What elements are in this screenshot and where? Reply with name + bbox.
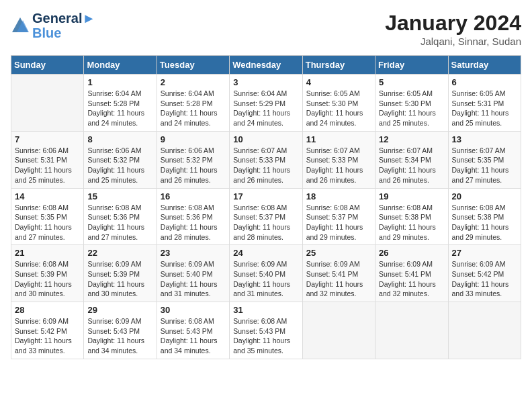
calendar-cell: 12Sunrise: 6:07 AMSunset: 5:34 PMDayligh…	[375, 131, 448, 188]
calendar-cell	[302, 302, 375, 359]
day-info: Sunrise: 6:08 AMSunset: 5:38 PMDaylight:…	[379, 203, 444, 242]
day-number: 5	[379, 77, 444, 87]
calendar-cell: 15Sunrise: 6:08 AMSunset: 5:36 PMDayligh…	[84, 188, 157, 245]
day-info: Sunrise: 6:09 AMSunset: 5:39 PMDaylight:…	[87, 259, 152, 299]
logo-icon	[11, 16, 30, 35]
day-info: Sunrise: 6:05 AMSunset: 5:30 PMDaylight:…	[379, 89, 444, 128]
calendar-cell: 29Sunrise: 6:09 AMSunset: 5:43 PMDayligh…	[84, 302, 157, 359]
day-number: 12	[379, 134, 444, 144]
day-number: 15	[87, 191, 152, 201]
calendar-cell: 7Sunrise: 6:06 AMSunset: 5:31 PMDaylight…	[11, 131, 84, 188]
calendar-table: SundayMondayTuesdayWednesdayThursdayFrid…	[11, 55, 521, 359]
day-number: 8	[87, 134, 152, 144]
weekday-header: Saturday	[448, 56, 521, 75]
calendar-cell	[375, 302, 448, 359]
weekday-header: Tuesday	[157, 56, 229, 75]
day-number: 3	[233, 77, 298, 87]
day-number: 11	[306, 134, 371, 144]
day-info: Sunrise: 6:06 AMSunset: 5:32 PMDaylight:…	[87, 146, 152, 185]
weekday-header: Monday	[84, 56, 157, 75]
calendar-cell: 2Sunrise: 6:04 AMSunset: 5:28 PMDaylight…	[157, 75, 229, 132]
day-number: 16	[161, 191, 226, 201]
calendar-cell: 8Sunrise: 6:06 AMSunset: 5:32 PMDaylight…	[84, 131, 157, 188]
title-block: January 2024 Jalqani, Sinnar, Sudan	[385, 11, 521, 47]
day-info: Sunrise: 6:09 AMSunset: 5:42 PMDaylight:…	[452, 259, 517, 299]
day-info: Sunrise: 6:08 AMSunset: 5:43 PMDaylight:…	[161, 316, 226, 356]
calendar-cell: 10Sunrise: 6:07 AMSunset: 5:33 PMDayligh…	[230, 131, 302, 188]
calendar-cell: 24Sunrise: 6:09 AMSunset: 5:40 PMDayligh…	[230, 245, 302, 302]
calendar-cell: 11Sunrise: 6:07 AMSunset: 5:33 PMDayligh…	[302, 131, 375, 188]
day-number: 2	[161, 77, 226, 87]
logo-text-line2: Blue	[32, 26, 95, 40]
calendar-cell: 19Sunrise: 6:08 AMSunset: 5:38 PMDayligh…	[375, 188, 448, 245]
calendar-week-row: 21Sunrise: 6:08 AMSunset: 5:39 PMDayligh…	[11, 245, 521, 302]
day-number: 26	[379, 248, 444, 258]
day-number: 24	[233, 248, 298, 258]
day-info: Sunrise: 6:09 AMSunset: 5:41 PMDaylight:…	[306, 259, 371, 299]
day-info: Sunrise: 6:08 AMSunset: 5:37 PMDaylight:…	[306, 203, 371, 242]
calendar-cell: 9Sunrise: 6:06 AMSunset: 5:32 PMDaylight…	[157, 131, 229, 188]
day-info: Sunrise: 6:09 AMSunset: 5:41 PMDaylight:…	[379, 259, 444, 299]
day-number: 30	[161, 305, 226, 315]
logo: General► Blue	[11, 11, 95, 40]
day-number: 27	[452, 248, 517, 258]
calendar-cell	[448, 302, 521, 359]
calendar-cell: 21Sunrise: 6:08 AMSunset: 5:39 PMDayligh…	[11, 245, 84, 302]
calendar-cell: 31Sunrise: 6:08 AMSunset: 5:43 PMDayligh…	[230, 302, 302, 359]
day-number: 13	[452, 134, 517, 144]
weekday-header: Thursday	[302, 56, 375, 75]
day-info: Sunrise: 6:08 AMSunset: 5:36 PMDaylight:…	[87, 203, 152, 242]
day-info: Sunrise: 6:07 AMSunset: 5:33 PMDaylight:…	[233, 146, 298, 185]
logo-text-line1: General►	[32, 11, 95, 26]
day-number: 28	[15, 305, 80, 315]
day-info: Sunrise: 6:04 AMSunset: 5:28 PMDaylight:…	[87, 89, 152, 128]
month-year-title: January 2024	[385, 11, 521, 36]
day-info: Sunrise: 6:08 AMSunset: 5:38 PMDaylight:…	[452, 203, 517, 242]
calendar-cell: 27Sunrise: 6:09 AMSunset: 5:42 PMDayligh…	[448, 245, 521, 302]
day-number: 1	[87, 77, 152, 87]
calendar-cell: 30Sunrise: 6:08 AMSunset: 5:43 PMDayligh…	[157, 302, 229, 359]
day-number: 10	[233, 134, 298, 144]
day-number: 4	[306, 77, 371, 87]
day-info: Sunrise: 6:09 AMSunset: 5:40 PMDaylight:…	[233, 259, 298, 299]
calendar-week-row: 14Sunrise: 6:08 AMSunset: 5:35 PMDayligh…	[11, 188, 521, 245]
calendar-cell: 25Sunrise: 6:09 AMSunset: 5:41 PMDayligh…	[302, 245, 375, 302]
weekday-header: Wednesday	[230, 56, 302, 75]
day-number: 29	[87, 305, 152, 315]
day-info: Sunrise: 6:07 AMSunset: 5:35 PMDaylight:…	[452, 146, 517, 185]
calendar-cell: 16Sunrise: 6:08 AMSunset: 5:36 PMDayligh…	[157, 188, 229, 245]
day-info: Sunrise: 6:08 AMSunset: 5:43 PMDaylight:…	[233, 316, 298, 356]
day-info: Sunrise: 6:08 AMSunset: 5:36 PMDaylight:…	[161, 203, 226, 242]
calendar-cell: 4Sunrise: 6:05 AMSunset: 5:30 PMDaylight…	[302, 75, 375, 132]
day-number: 31	[233, 305, 298, 315]
day-info: Sunrise: 6:08 AMSunset: 5:35 PMDaylight:…	[15, 203, 80, 242]
day-info: Sunrise: 6:09 AMSunset: 5:42 PMDaylight:…	[15, 316, 80, 356]
calendar-cell: 14Sunrise: 6:08 AMSunset: 5:35 PMDayligh…	[11, 188, 84, 245]
calendar-cell	[11, 75, 84, 132]
day-number: 14	[15, 191, 80, 201]
day-number: 6	[452, 77, 517, 87]
day-number: 18	[306, 191, 371, 201]
day-number: 7	[15, 134, 80, 144]
calendar-cell: 18Sunrise: 6:08 AMSunset: 5:37 PMDayligh…	[302, 188, 375, 245]
day-number: 21	[15, 248, 80, 258]
calendar-cell: 3Sunrise: 6:04 AMSunset: 5:29 PMDaylight…	[230, 75, 302, 132]
day-info: Sunrise: 6:06 AMSunset: 5:31 PMDaylight:…	[15, 146, 80, 185]
calendar-header-row: SundayMondayTuesdayWednesdayThursdayFrid…	[11, 56, 521, 75]
day-info: Sunrise: 6:04 AMSunset: 5:28 PMDaylight:…	[161, 89, 226, 128]
day-number: 17	[233, 191, 298, 201]
day-info: Sunrise: 6:05 AMSunset: 5:30 PMDaylight:…	[306, 89, 371, 128]
day-number: 22	[87, 248, 152, 258]
day-info: Sunrise: 6:05 AMSunset: 5:31 PMDaylight:…	[452, 89, 517, 128]
day-info: Sunrise: 6:06 AMSunset: 5:32 PMDaylight:…	[161, 146, 226, 185]
day-number: 19	[379, 191, 444, 201]
day-info: Sunrise: 6:04 AMSunset: 5:29 PMDaylight:…	[233, 89, 298, 128]
weekday-header: Friday	[375, 56, 448, 75]
calendar-cell: 5Sunrise: 6:05 AMSunset: 5:30 PMDaylight…	[375, 75, 448, 132]
day-info: Sunrise: 6:08 AMSunset: 5:39 PMDaylight:…	[15, 259, 80, 299]
page-header: General► Blue January 2024 Jalqani, Sinn…	[11, 11, 521, 47]
day-info: Sunrise: 6:08 AMSunset: 5:37 PMDaylight:…	[233, 203, 298, 242]
day-number: 25	[306, 248, 371, 258]
calendar-week-row: 7Sunrise: 6:06 AMSunset: 5:31 PMDaylight…	[11, 131, 521, 188]
day-info: Sunrise: 6:07 AMSunset: 5:33 PMDaylight:…	[306, 146, 371, 185]
